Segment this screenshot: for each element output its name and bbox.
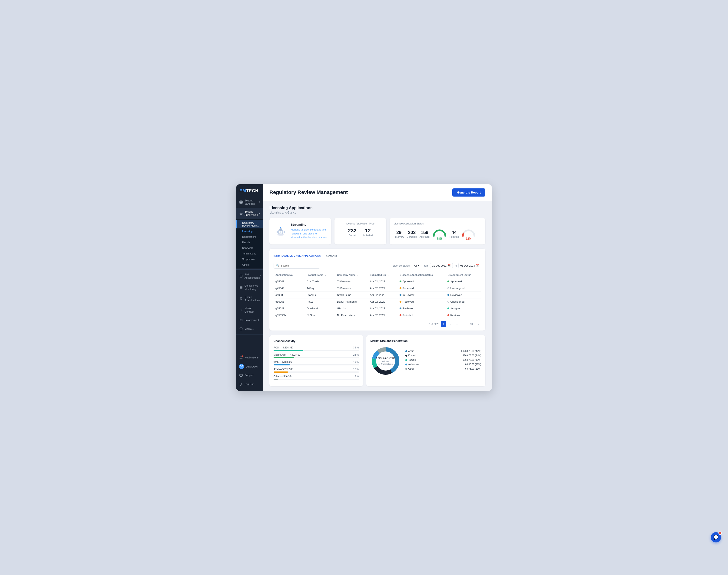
tab-individual-license[interactable]: INDIVIDUAL LICENSE APPLICATIONS <box>274 252 321 259</box>
status-numbers: 29 In Review 203 Complete 159 Approved <box>394 228 481 240</box>
from-date-input[interactable]: 01 Dec 2022 📅 <box>430 263 453 268</box>
cell-company: Nu Enterprises <box>335 312 368 318</box>
renewals-label: Renewals <box>242 246 253 249</box>
sidebar-item-licensing[interactable]: Licensing <box>236 229 263 234</box>
sidebar-item-permits[interactable]: Permits <box>236 240 263 245</box>
svg-rect-14 <box>280 229 282 231</box>
sidebar-item-renewals[interactable]: Renewals <box>236 245 263 251</box>
channel-pct: 19 % <box>353 361 359 363</box>
onsite-icon <box>239 297 243 301</box>
cell-lic-status: Approved <box>398 278 446 285</box>
sidebar-label-beyond-sandbox: Beyond Sandbox <box>245 199 259 206</box>
cohort-number: 232 <box>348 228 357 234</box>
in-review-block: 29 In Review <box>394 230 404 238</box>
sidebar-logout[interactable]: Log Out <box>236 380 263 389</box>
individual-label: Individual <box>363 234 373 237</box>
legend-left: Other <box>405 368 414 370</box>
cell-lic-status: Reviewed <box>398 305 446 312</box>
channel-label: Other — 546,334 <box>274 375 292 378</box>
cell-dept-status: Reviewed <box>446 292 481 298</box>
legend-label: Ashaiman <box>408 363 418 366</box>
cell-company: TriVentures <box>335 278 368 285</box>
from-date-value: 01 Dec 2022 <box>432 264 446 267</box>
chat-fab-button[interactable]: 💬 1 <box>711 532 721 542</box>
macro-label: Macro... <box>245 327 254 331</box>
legend-row: Ashaiman 6,698.00 (11%) <box>405 363 481 366</box>
cell-app-no: g4058 <box>274 292 305 298</box>
sidebar-item-beyond-sandbox[interactable]: Beyond Sandbox ▾ <box>236 197 263 208</box>
sidebar-item-registrations[interactable]: Registrations <box>236 234 263 240</box>
sidebar-item-suspension[interactable]: Suspension <box>236 256 263 262</box>
in-review-label: In Review <box>394 236 404 238</box>
svg-rect-8 <box>240 374 243 376</box>
page-10-button[interactable]: 10 <box>469 321 474 327</box>
legend-label: Kumasi <box>408 354 416 357</box>
svg-point-15 <box>280 229 281 230</box>
col-dept-status[interactable]: ○ Department Status <box>446 272 481 278</box>
tab-cohort[interactable]: COHORT <box>326 252 337 259</box>
bell-icon <box>239 356 243 360</box>
search-box[interactable]: 🔍 <box>274 263 320 269</box>
chevron-down-icon-risk: ▾ <box>260 275 261 277</box>
generate-report-button[interactable]: Generate Report <box>452 189 485 197</box>
sidebar-item-enforcement[interactable]: Enforcement <box>236 316 263 325</box>
calendar-icon-to: 📅 <box>476 264 479 267</box>
col-product-name[interactable]: Product Name ▼ <box>305 272 335 278</box>
sidebar-item-beyond-supervision[interactable]: Beyond Supervision ▴ <box>236 208 263 219</box>
sidebar-item-terminations[interactable]: Terminations <box>236 251 263 256</box>
logo-em: EM <box>240 189 246 193</box>
rejected-block: 44 Rejected <box>449 230 459 238</box>
sidebar-user[interactable]: OA Omar Aboh <box>236 362 263 371</box>
col-submitted-on[interactable]: Submitted On ▼ <box>368 272 398 278</box>
sidebar-item-risk-assessments[interactable]: Risk Assessments ▾ <box>236 271 263 282</box>
sidebar-item-market-conduct[interactable]: Market Conduct <box>236 304 263 316</box>
col-company-name[interactable]: Company Name ▼ <box>335 272 368 278</box>
table-row: g4058 StockEx StockEx Inc Apr 02, 2022 I… <box>274 292 481 298</box>
approved-number: 159 <box>420 230 430 235</box>
sidebar-item-regulatory-review[interactable]: Regulatory Review Mgmt... <box>236 220 263 229</box>
page-1-button[interactable]: 1 <box>441 321 446 327</box>
search-icon: 🔍 <box>276 264 280 267</box>
channel-pct: 5 % <box>355 375 359 378</box>
to-date-input[interactable]: 01 Dec 2023 📅 <box>459 263 481 268</box>
channel-row: ATM — 5,257,535 17 % <box>274 368 359 373</box>
sidebar-notifications[interactable]: Notifications <box>236 353 263 362</box>
col-lic-status[interactable]: ○ License Application Status <box>398 272 446 278</box>
sidebar-support[interactable]: Support <box>236 371 263 380</box>
cell-app-no: g35056b <box>274 312 305 318</box>
notification-badge <box>242 355 244 357</box>
channel-label: Mobile App — 7,422,402 <box>274 353 300 356</box>
sidebar-item-compliance-monitoring[interactable]: Compliance Monitoring <box>236 282 263 293</box>
sort-icon-app-no: ▼ <box>294 274 296 276</box>
sort-icon-company: ▼ <box>357 274 359 276</box>
terminations-label: Terminations <box>242 252 256 255</box>
channel-label: Web — 5,876,068 <box>274 361 293 363</box>
sidebar-item-others[interactable]: Others <box>236 262 263 268</box>
col-app-no[interactable]: Application No ▼ <box>274 272 305 278</box>
pagination: 1-8 of 26 1 2 … 9 10 › <box>274 321 481 327</box>
logout-label: Log Out <box>245 382 254 386</box>
sidebar-item-onsite-examinations[interactable]: Onsite Examinations <box>236 293 263 304</box>
page-title: Regulatory Review Management <box>269 189 348 195</box>
legend-value: 6,698.00 (11%) <box>465 363 481 366</box>
others-label: Others <box>242 263 250 266</box>
complete-number: 203 <box>407 230 417 235</box>
complete-block: 203 Complete <box>407 230 417 238</box>
filter-group: License Status: All ▾ From 01 Dec 2022 📅… <box>393 263 481 268</box>
chevron-down-icon-filter: ▾ <box>418 264 419 267</box>
search-input[interactable] <box>281 264 318 267</box>
page-9-button[interactable]: 9 <box>462 321 467 327</box>
market-inner: 130,926,678 Volumeof Transactions Accra … <box>370 346 481 376</box>
cards-row: Streamline Manage all License details an… <box>269 218 485 244</box>
license-status-filter[interactable]: All ▾ <box>412 263 421 268</box>
cell-lic-status: Received <box>398 285 446 292</box>
next-page-button[interactable]: › <box>476 321 481 327</box>
page-2-button[interactable]: 2 <box>448 321 453 327</box>
legend-left: Ashaiman <box>405 363 418 366</box>
legend-value: 926,678.00 (12%) <box>463 359 481 361</box>
approved-label: Approved <box>420 236 430 238</box>
legend-dot <box>405 364 407 365</box>
calendar-icon-from: 📅 <box>447 264 451 267</box>
cell-app-no: g35056 <box>274 298 305 305</box>
sidebar-item-macro[interactable]: Macro... <box>236 325 263 333</box>
